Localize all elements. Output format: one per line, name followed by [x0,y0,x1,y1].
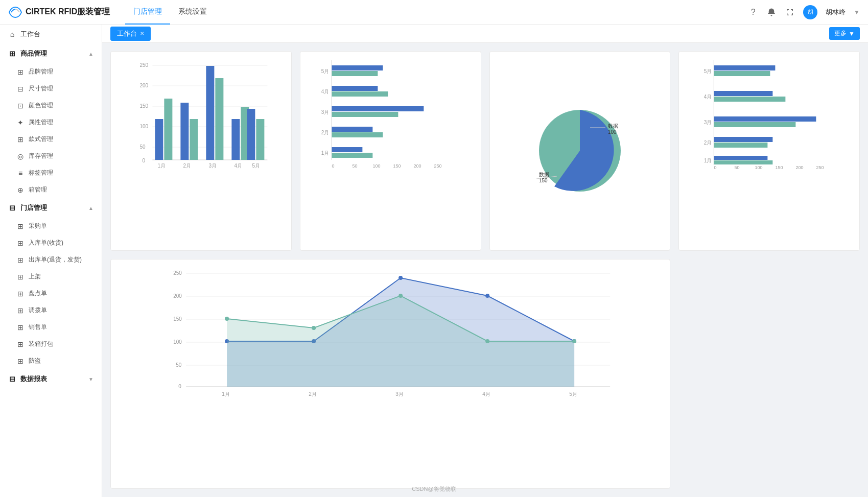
store-group-label: 门店管理 [20,203,47,212]
sidebar-item-transfer[interactable]: ⊞ 调拨单 [0,302,102,319]
svg-text:2月: 2月 [309,391,317,397]
svg-rect-16 [206,66,214,160]
size-icon: ⊟ [16,85,25,93]
svg-text:4月: 4月 [234,163,242,169]
stocktaking-icon: ⊞ [16,290,25,298]
sidebar-item-antitheft[interactable]: ⊞ 防盗 [0,352,102,369]
svg-text:100: 100 [755,165,763,170]
sidebar-item-attribute[interactable]: ✦ 属性管理 [0,114,102,131]
content-area: 工作台 ✕ 更多 ▼ 250 200 150 100 50 0 [102,25,868,497]
svg-text:0: 0 [332,163,334,169]
pie-chart-svg: 数据 100 数据 150 [529,100,631,202]
svg-text:50: 50 [139,144,146,150]
svg-rect-12 [155,119,163,160]
svg-text:3月: 3月 [321,109,330,115]
more-dropdown-icon: ▼ [849,30,855,37]
svg-text:100: 100 [139,124,148,129]
tab-workbench[interactable]: 工作台 ✕ [110,27,151,41]
chart-card-pie: 数据 100 数据 150 [489,51,671,251]
svg-rect-69 [714,143,768,148]
goods-group-label: 商品管理 [20,49,47,58]
sidebar-group-goods[interactable]: ⊞ 商品管理 ▲ [0,44,102,63]
svg-point-99 [398,294,403,298]
sidebar-item-purchase[interactable]: ⊞ 采购单 [0,218,102,234]
goods-group-icon: ⊞ [8,50,16,58]
svg-text:3月: 3月 [395,391,404,397]
svg-text:2月: 2月 [704,140,712,146]
brand-icon: ⊞ [16,68,25,76]
svg-rect-15 [190,119,198,160]
chart-card-bar1: 250 200 150 100 50 0 [110,51,292,251]
sidebar-item-shelving[interactable]: ⊞ 上架 [0,268,102,285]
svg-rect-35 [332,86,378,91]
svg-text:200: 200 [173,293,182,299]
nav-tab-system[interactable]: 系统设置 [170,0,215,25]
svg-text:5月: 5月 [704,68,712,74]
svg-rect-64 [714,91,773,96]
tab-close-icon[interactable]: ✕ [140,31,144,36]
svg-text:150: 150 [173,316,182,322]
sidebar-item-outbound[interactable]: ⊞ 出库单(退货，发货) [0,251,102,268]
tab-bar: 工作台 ✕ 更多 ▼ [102,25,868,43]
watermark: CSDN@将觉物联 [412,485,456,493]
svg-text:100: 100 [608,129,617,135]
attribute-icon: ✦ [16,119,25,127]
sidebar-item-label[interactable]: ≡ 标签管理 [0,164,102,181]
svg-point-93 [398,276,403,280]
store-group-icon: ⊟ [8,204,16,212]
app-title: CIRTEK RFID服装管理 [26,7,110,17]
style-icon: ⊞ [16,135,25,144]
sidebar-item-color[interactable]: ⊡ 颜色管理 [0,97,102,114]
home-icon: ⌂ [8,30,16,38]
svg-rect-40 [332,132,383,137]
bar-chart-1-svg: 250 200 150 100 50 0 [117,58,285,170]
store-group-arrow: ▲ [88,205,93,211]
sidebar-group-report[interactable]: ⊟ 数据报表 ▼ [0,369,102,389]
svg-text:100: 100 [372,163,380,169]
svg-text:200: 200 [413,163,421,169]
svg-text:250: 250 [434,163,441,169]
svg-rect-63 [714,71,770,76]
user-name: 胡林峰 [826,8,846,17]
svg-rect-66 [714,116,816,122]
user-dropdown-icon[interactable]: ▼ [854,9,860,16]
sidebar-item-brand[interactable]: ⊞ 品牌管理 [0,63,102,80]
svg-text:1月: 1月 [157,163,166,169]
logo-icon [8,5,22,19]
avatar: 胡 [803,5,817,19]
svg-text:4月: 4月 [321,89,330,94]
svg-text:150: 150 [393,163,401,169]
sidebar-item-packing[interactable]: ⊞ 装箱打包 [0,336,102,352]
bell-icon[interactable] [766,7,777,17]
fullscreen-icon[interactable] [785,7,795,17]
inbound-icon: ⊞ [16,239,25,247]
header: CIRTEK RFID服装管理 门店管理 系统设置 ? 胡 胡林峰 ▼ [0,0,868,25]
sidebar-item-sales[interactable]: ⊞ 销售单 [0,319,102,336]
nav-tab-store[interactable]: 门店管理 [125,0,170,25]
svg-text:5月: 5月 [569,391,577,397]
svg-rect-34 [332,71,378,76]
svg-text:1月: 1月 [321,150,330,156]
svg-text:0: 0 [714,165,717,170]
sidebar-item-stocktaking[interactable]: ⊞ 盘点单 [0,285,102,302]
sidebar-item-size[interactable]: ⊟ 尺寸管理 [0,80,102,97]
svg-rect-65 [714,97,786,102]
sidebar-item-box[interactable]: ⊕ 箱管理 [0,181,102,198]
svg-rect-14 [180,103,189,160]
svg-text:0: 0 [142,158,145,163]
svg-text:3月: 3月 [208,163,217,169]
svg-text:数据: 数据 [608,123,618,129]
sidebar-item-inventory[interactable]: ◎ 库存管理 [0,148,102,164]
svg-text:250: 250 [139,62,148,68]
svg-rect-21 [256,119,264,160]
sidebar-item-style[interactable]: ⊞ 款式管理 [0,131,102,148]
more-button[interactable]: 更多 ▼ [829,27,860,40]
svg-rect-42 [332,153,372,158]
sidebar-group-store[interactable]: ⊟ 门店管理 ▲ [0,198,102,218]
sidebar-item-inbound[interactable]: ⊞ 入库单(收货) [0,234,102,251]
sidebar-item-workbench[interactable]: ⌂ 工作台 [0,25,102,44]
svg-text:2月: 2月 [321,130,330,135]
area-chart-svg: 250 200 150 100 50 0 [117,266,664,409]
help-icon[interactable]: ? [748,7,758,17]
report-group-arrow: ▼ [88,376,93,382]
